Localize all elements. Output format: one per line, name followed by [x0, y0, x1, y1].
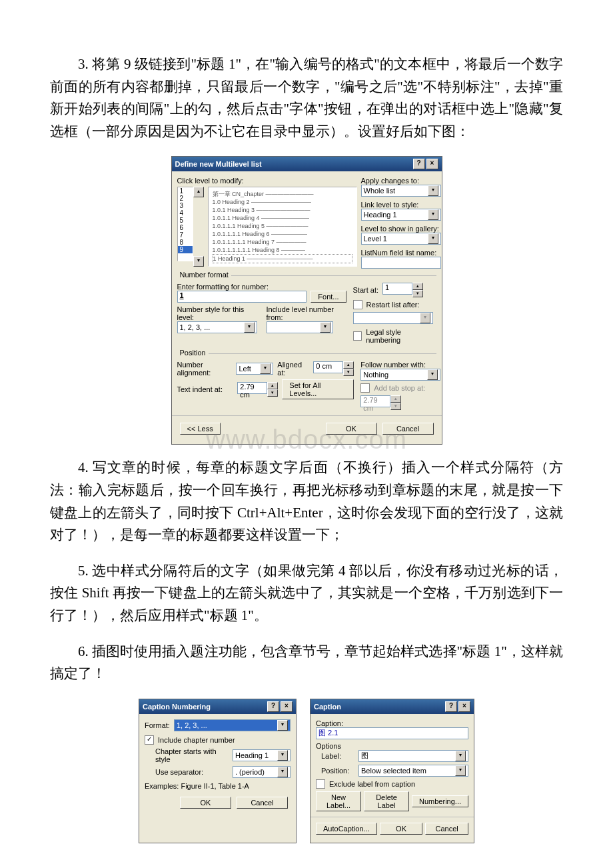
separator-select[interactable]: . (period)▾ [233, 766, 291, 778]
number-style-value: 1, 2, 3, ... [180, 323, 211, 331]
delete-label-button[interactable]: Delete Label [364, 791, 409, 811]
level-3[interactable]: 3 [178, 202, 193, 209]
help-icon[interactable]: ? [445, 701, 457, 712]
aligned-at-spinner[interactable]: 0 cm▴▾ [313, 361, 354, 376]
ok-button[interactable]: OK [380, 823, 423, 835]
autocaption-button[interactable]: AutoCaption... [316, 823, 377, 835]
number-style-select[interactable]: 1, 2, 3, ...▾ [177, 321, 257, 333]
chapter-starts-select[interactable]: Heading 1▾ [233, 749, 291, 761]
preview-line: 1.0.1.1.1 Heading 5 ——————— [213, 222, 352, 230]
spin-down-icon[interactable]: ▾ [343, 369, 354, 376]
include-level-select[interactable]: ▾ [267, 321, 333, 333]
chevron-down-icon: ▾ [428, 209, 438, 220]
legal-checkbox[interactable] [353, 331, 362, 341]
caption-label: Caption: [316, 719, 468, 727]
cancel-button[interactable]: Cancel [382, 423, 434, 435]
restart-label: Restart list after: [366, 301, 420, 309]
less-button[interactable]: << Less [180, 423, 221, 435]
follow-number-label: Follow number with: [360, 361, 440, 369]
dialog-titlebar: Define new Multilevel list ? × [172, 157, 442, 171]
chevron-down-icon: ▾ [277, 720, 288, 731]
set-all-levels-button[interactable]: Set for All Levels... [282, 379, 354, 399]
click-level-label: Click level to modify: [177, 177, 357, 185]
numbering-button[interactable]: Numbering... [412, 795, 468, 807]
cancel-button[interactable]: Cancel [425, 823, 468, 835]
level-4[interactable]: 4 [178, 209, 193, 217]
preview-line-selected: 1 Heading 1 ——————————— [213, 254, 352, 263]
level-8[interactable]: 8 [178, 239, 193, 246]
chevron-down-icon: ▾ [427, 369, 438, 380]
level-1[interactable]: 1 [178, 187, 193, 195]
level-gallery-value: Level 1 [364, 235, 387, 243]
level-list[interactable]: 1 2 3 4 5 6 7 8 9 [177, 187, 193, 261]
follow-number-select[interactable]: Nothing▾ [360, 369, 440, 381]
spin-up-icon[interactable]: ▴ [343, 361, 354, 369]
options-label: Options [316, 742, 468, 750]
label-value: 图 [361, 751, 368, 761]
ok-button[interactable]: OK [326, 423, 377, 435]
exclude-checkbox[interactable] [316, 779, 325, 789]
close-icon[interactable]: × [426, 159, 438, 169]
cancel-button[interactable]: Cancel [237, 797, 288, 809]
level-scroll-up-icon[interactable]: ▴ [193, 187, 204, 197]
chevron-down-icon: ▾ [277, 767, 288, 777]
label-label: Label: [321, 752, 354, 760]
start-at-value[interactable]: 1 [382, 283, 412, 295]
number-alignment-select[interactable]: Left▾ [236, 363, 273, 375]
position-group: Position [177, 349, 209, 357]
help-icon[interactable]: ? [413, 159, 425, 169]
chevron-down-icon: ▾ [320, 322, 330, 333]
format-label: Format: [145, 721, 170, 729]
text-indent-value[interactable]: 2.79 cm [237, 382, 267, 394]
link-level-value: Heading 1 [364, 211, 397, 219]
level-6[interactable]: 6 [178, 224, 193, 231]
paragraph-6: 6. 插图时使用插入题注功能，包含章节号，章节起始样式选择"标题 1"，这样就搞… [50, 641, 563, 685]
multilevel-dialog: Define new Multilevel list ? × Click lev… [171, 156, 442, 445]
caption-input[interactable]: 图 2.1 [316, 727, 468, 739]
link-level-select[interactable]: Heading 1▾ [361, 209, 441, 221]
add-tab-label: Add tab stop at: [374, 384, 425, 392]
listnum-label: ListNum field list name: [361, 249, 441, 257]
chevron-down-icon: ▾ [244, 322, 255, 333]
add-tab-value: 2.79 cm [360, 395, 390, 407]
spin-up-icon[interactable]: ▴ [267, 382, 278, 389]
level-5[interactable]: 5 [178, 217, 193, 224]
separator-value: . (period) [235, 768, 265, 776]
level-2[interactable]: 2 [178, 195, 193, 202]
new-label-button[interactable]: New Label... [316, 791, 361, 811]
start-at-label: Start at: [353, 286, 379, 294]
position-select[interactable]: Below selected item▾ [358, 765, 468, 777]
chevron-down-icon: ▾ [260, 363, 271, 374]
dialog-title: Define new Multilevel list [175, 160, 262, 168]
level-gallery-select[interactable]: Level 1▾ [361, 233, 441, 245]
spin-up-icon[interactable]: ▴ [412, 283, 423, 290]
number-format-group: Number format [177, 271, 231, 279]
chapter-starts-label: Chapter starts with style [155, 747, 229, 763]
aligned-at-value[interactable]: 0 cm [313, 361, 343, 373]
close-icon[interactable]: × [458, 701, 470, 712]
label-select[interactable]: 图▾ [358, 750, 468, 762]
text-indent-label: Text indent at: [177, 385, 234, 393]
text-indent-spinner[interactable]: 2.79 cm▴▾ [237, 382, 278, 397]
listnum-input[interactable] [361, 257, 441, 269]
close-icon[interactable]: × [281, 701, 293, 712]
restart-checkbox[interactable] [353, 300, 362, 309]
legal-label: Legal style numbering [366, 328, 436, 344]
font-button[interactable]: Font... [310, 291, 346, 303]
ok-button[interactable]: OK [180, 797, 231, 809]
include-chapter-label: Include chapter number [158, 736, 235, 744]
help-icon[interactable]: ? [267, 701, 279, 712]
apply-changes-select[interactable]: Whole list▾ [361, 185, 441, 197]
examples-label: Examples: Figure II-1, Table 1-A [145, 782, 291, 790]
spin-down-icon[interactable]: ▾ [267, 389, 278, 397]
start-at-spinner[interactable]: 1 ▴▾ [382, 283, 423, 297]
format-select[interactable]: 1, 2, 3, ...▾ [174, 719, 291, 731]
level-9[interactable]: 9 [178, 246, 193, 253]
add-tab-spinner: 2.79 cm▴▾ [360, 395, 440, 410]
level-7[interactable]: 7 [178, 231, 193, 239]
include-chapter-checkbox[interactable]: ✓ [145, 735, 154, 745]
spin-down-icon[interactable]: ▾ [412, 290, 423, 297]
level-scroll-down-icon[interactable]: ▾ [193, 256, 204, 267]
enter-formatting-input[interactable]: 1 [177, 291, 307, 303]
preview-line: 1.0.1.1.1.1 Heading 6 —————— [213, 230, 352, 238]
